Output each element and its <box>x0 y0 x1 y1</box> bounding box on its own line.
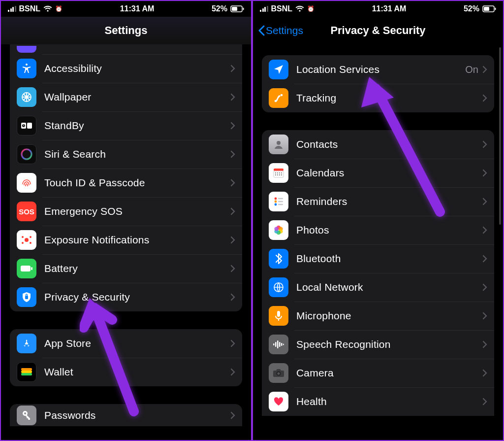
chevron-right-icon <box>230 179 235 187</box>
svg-point-43 <box>275 204 277 206</box>
row-label: Camera <box>296 367 482 379</box>
row-calendars[interactable]: Calendars <box>262 159 494 187</box>
row-exposure[interactable]: Exposure Notifications <box>10 226 242 254</box>
row-label: Local Network <box>296 281 482 293</box>
row-microphone[interactable]: Microphone <box>262 302 494 330</box>
row-tracking[interactable]: Tracking <box>262 84 494 112</box>
location-icon <box>269 60 288 79</box>
settings-group-2: Passwords <box>10 404 242 426</box>
chevron-right-icon <box>482 198 487 205</box>
svg-point-34 <box>277 172 278 173</box>
alarm-icon: ⏰ <box>307 5 315 12</box>
svg-rect-7 <box>27 123 32 129</box>
battery-status-icon <box>230 5 244 12</box>
svg-point-39 <box>279 174 280 175</box>
svg-point-38 <box>277 174 278 175</box>
svg-point-37 <box>275 174 276 175</box>
row-siri[interactable]: Siri & Search <box>10 140 242 169</box>
status-bar: BSNL ⏰ 11:31 AM 52% <box>253 1 503 17</box>
row-accessibility[interactable]: Accessibility <box>10 54 242 83</box>
svg-point-35 <box>279 172 280 173</box>
speech-icon <box>269 335 288 354</box>
page-title: Privacy & Security <box>330 24 425 37</box>
chevron-right-icon <box>230 339 235 347</box>
back-button[interactable]: Settings <box>258 17 303 44</box>
row-battery[interactable]: Battery <box>10 254 242 283</box>
chevron-right-icon <box>230 207 235 215</box>
svg-rect-20 <box>21 371 32 373</box>
svg-point-3 <box>26 64 28 66</box>
phone-left: BSNL ⏰ 11:31 AM 52% Settings Accessibili… <box>0 0 252 441</box>
chevron-right-icon <box>482 94 487 102</box>
svg-rect-57 <box>275 342 277 347</box>
chevron-right-icon <box>482 66 487 73</box>
camera-icon <box>269 363 288 383</box>
exposure-icon <box>17 230 36 250</box>
svg-point-42 <box>275 201 277 203</box>
svg-point-33 <box>275 172 276 173</box>
row-passwords[interactable]: Passwords <box>10 404 242 426</box>
svg-rect-19 <box>21 368 32 371</box>
row-label: StandBy <box>44 120 230 132</box>
microphone-icon <box>269 306 288 326</box>
battery-percent: 52% <box>212 4 227 13</box>
row-photos[interactable]: Photos <box>262 216 494 244</box>
contacts-icon <box>269 135 288 154</box>
svg-rect-44 <box>278 198 283 200</box>
scrollbar[interactable] <box>499 47 501 225</box>
row-standby[interactable]: StandBy <box>10 111 242 140</box>
status-time: 11:31 AM <box>372 4 407 13</box>
reminders-icon <box>269 192 288 211</box>
svg-point-29 <box>275 100 277 102</box>
svg-point-52 <box>274 227 279 231</box>
chevron-right-icon <box>230 411 235 419</box>
svg-rect-46 <box>278 204 283 205</box>
chevron-right-icon <box>230 150 235 158</box>
row-wallpaper[interactable]: Wallpaper <box>10 83 242 111</box>
row-appstore[interactable]: App Store <box>10 329 242 358</box>
row-reminders[interactable]: Reminders <box>262 187 494 216</box>
chevron-right-icon <box>482 283 487 291</box>
settings-group-1: App Store Wallet <box>10 329 242 386</box>
row-health[interactable]: Health <box>262 387 494 416</box>
status-bar: BSNL ⏰ 11:31 AM 52% <box>1 1 251 17</box>
row-label: Calendars <box>296 167 482 179</box>
row-wallet[interactable]: Wallet <box>10 358 242 386</box>
battery-status-icon <box>482 5 496 12</box>
svg-point-23 <box>24 412 26 414</box>
signal-icon <box>260 6 268 12</box>
phone-right: BSNL ⏰ 11:31 AM 52% Settings Privacy & S… <box>252 0 504 441</box>
sos-icon: SOS <box>17 202 36 221</box>
svg-rect-60 <box>281 343 283 346</box>
svg-rect-61 <box>283 344 284 345</box>
row-label: Speech Recognition <box>296 339 482 350</box>
svg-rect-16 <box>21 266 31 271</box>
row-contacts[interactable]: Contacts <box>262 130 494 159</box>
svg-rect-18 <box>25 296 28 299</box>
row-label: Health <box>296 396 482 407</box>
settings-scroll[interactable]: Accessibility Wallpaper StandBy Siri & S… <box>1 44 251 440</box>
row-label: Bluetooth <box>296 253 482 265</box>
row-location[interactable]: Location Services On <box>262 55 494 84</box>
row-label: Siri & Search <box>44 148 230 160</box>
row-label: Microphone <box>296 310 482 322</box>
row-sos[interactable]: SOS Emergency SOS <box>10 197 242 226</box>
row-privacy[interactable]: Privacy & Security <box>10 283 242 311</box>
privacy-scroll[interactable]: Location Services On Tracking Contacts C… <box>253 44 503 440</box>
row-camera[interactable]: Camera <box>262 359 494 387</box>
svg-point-36 <box>281 172 282 173</box>
chevron-right-icon <box>482 226 487 234</box>
localnetwork-icon <box>269 277 288 297</box>
privacy-icon <box>17 287 36 307</box>
wifi-icon <box>295 5 304 12</box>
wallet-icon <box>17 362 36 382</box>
row-bluetooth[interactable]: Bluetooth <box>262 244 494 273</box>
svg-point-12 <box>22 237 23 237</box>
accessibility-icon <box>17 59 36 78</box>
row-localnetwork[interactable]: Local Network <box>262 273 494 302</box>
privacy-group-0: Location Services On Tracking <box>262 55 494 112</box>
row-speech[interactable]: Speech Recognition <box>262 330 494 359</box>
row-label: Emergency SOS <box>44 205 230 217</box>
chevron-right-icon <box>230 236 235 244</box>
row-touchid[interactable]: Touch ID & Passcode <box>10 169 242 197</box>
